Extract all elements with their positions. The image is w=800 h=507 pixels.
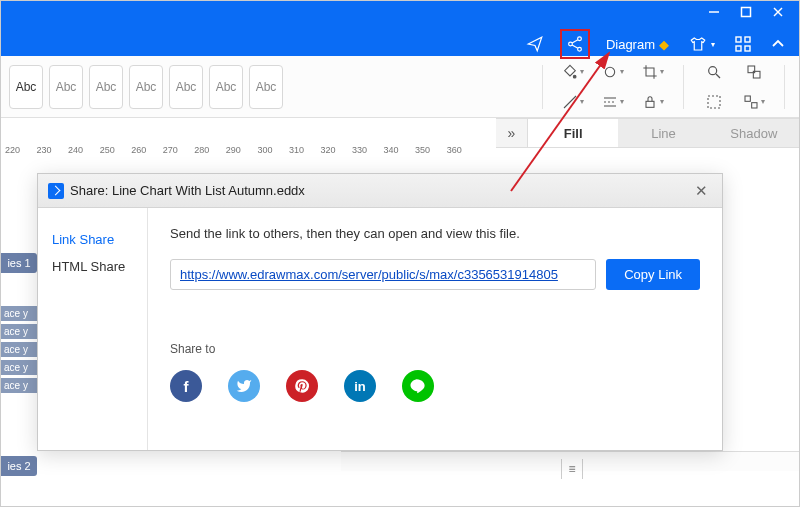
separator [542,65,543,109]
tab-fill[interactable]: Fill [528,119,618,147]
svg-rect-12 [745,46,750,51]
share-dialog: Share: Line Chart With List Autumn.eddx … [37,173,723,451]
tab-shadow[interactable]: Shadow [709,119,799,147]
tab-line[interactable]: Line [618,119,708,147]
svg-point-5 [569,42,573,46]
share-url-field[interactable]: https://www.edrawmax.com/server/public/s… [170,259,596,290]
separator [784,65,785,109]
pinterest-icon[interactable] [286,370,318,402]
link-row: https://www.edrawmax.com/server/public/s… [170,259,700,290]
text-style-1[interactable]: Abc [9,65,43,109]
expand-panel-icon[interactable]: » [496,119,528,147]
close-button[interactable] [771,5,785,19]
diamond-icon: ◆ [659,37,669,52]
tool-group-2 [696,60,772,114]
maximize-button[interactable] [739,5,753,19]
search-icon[interactable] [696,60,732,84]
dialog-main: Send the link to others, then they can o… [148,208,722,450]
dialog-titlebar: Share: Line Chart With List Autumn.eddx … [38,174,722,208]
svg-rect-18 [646,101,654,107]
text-style-5[interactable]: Abc [169,65,203,109]
send-icon[interactable] [522,31,548,57]
window-controls [707,5,791,19]
legend-list: ace y ace y ace y ace y ace y [1,306,39,396]
twitter-icon[interactable] [228,370,260,402]
ruler: 220 230 240 250 260 270 280 290 300 310 … [1,145,462,155]
share-icon[interactable] [560,29,590,59]
list-item[interactable]: ace y [1,342,39,357]
collapse-ribbon-icon[interactable] [767,33,789,55]
fill-bucket-icon[interactable] [555,60,591,84]
text-style-6[interactable]: Abc [209,65,243,109]
svg-rect-9 [736,37,741,42]
instruction-text: Send the link to others, then they can o… [170,226,700,241]
panel-handle-icon[interactable]: ≡ [561,459,583,479]
shirt-icon[interactable]: ▾ [685,31,719,57]
svg-line-8 [572,45,578,48]
diagram-menu[interactable]: Diagram ◆ [602,33,673,56]
apps-icon[interactable] [731,32,755,56]
panel-tabs: » Fill Line Shadow [496,118,799,148]
diagram-label: Diagram [606,37,655,52]
list-item[interactable]: ace y [1,324,39,339]
top-menu: Diagram ◆ ▾ [522,29,789,59]
tool-group-1 [555,60,671,114]
pen-icon[interactable] [555,90,591,114]
separator [683,65,684,109]
svg-point-6 [578,47,582,51]
list-item[interactable]: ace y [1,378,39,393]
minimize-button[interactable] [707,5,721,19]
dialog-sidebar: Link Share HTML Share [38,208,148,450]
tab-link-share[interactable]: Link Share [38,226,147,253]
svg-rect-25 [752,102,757,107]
svg-line-20 [716,74,720,78]
svg-rect-1 [742,8,751,17]
replace-icon[interactable] [736,60,772,84]
svg-point-4 [578,37,582,41]
group-icon[interactable] [736,90,772,114]
list-item[interactable]: ace y [1,306,39,321]
series-badge-1[interactable]: ies 1 [1,253,37,273]
toolbar: Abc Abc Abc Abc Abc Abc Abc [1,56,799,118]
svg-rect-10 [745,37,750,42]
svg-rect-11 [736,46,741,51]
dialog-body: Link Share HTML Share Send the link to o… [38,208,722,450]
series-badge-2[interactable]: ies 2 [1,456,37,476]
dialog-title-text: Share: Line Chart With List Autumn.eddx [70,183,305,198]
tab-html-share[interactable]: HTML Share [38,253,147,280]
svg-point-13 [573,75,576,78]
text-style-3[interactable]: Abc [89,65,123,109]
lock-icon[interactable] [635,90,671,114]
copy-link-button[interactable]: Copy Link [606,259,700,290]
svg-point-19 [709,66,717,74]
select-icon[interactable] [696,90,732,114]
text-style-4[interactable]: Abc [129,65,163,109]
dialog-close-button[interactable]: ✕ [691,178,712,204]
crop-icon[interactable] [635,60,671,84]
share-to-label: Share to [170,342,700,356]
shape-icon[interactable] [595,60,631,84]
svg-rect-24 [745,96,750,101]
social-row: f in [170,370,700,402]
svg-line-7 [572,40,578,43]
app-icon [48,183,64,199]
linkedin-icon[interactable]: in [344,370,376,402]
text-style-7[interactable]: Abc [249,65,283,109]
list-item[interactable]: ace y [1,360,39,375]
facebook-icon[interactable]: f [170,370,202,402]
svg-rect-23 [708,96,720,108]
line-style-icon[interactable] [595,90,631,114]
svg-point-14 [605,67,614,76]
text-style-2[interactable]: Abc [49,65,83,109]
line-icon[interactable] [402,370,434,402]
